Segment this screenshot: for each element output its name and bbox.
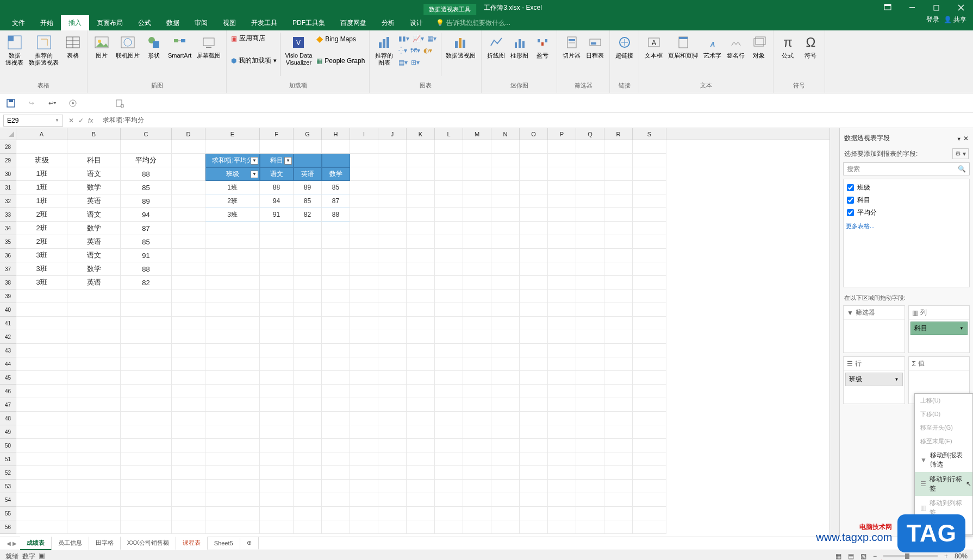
cell[interactable] <box>322 330 350 344</box>
cell[interactable] <box>67 357 121 371</box>
cell[interactable] <box>491 154 520 167</box>
cell[interactable] <box>294 466 322 480</box>
cell[interactable] <box>463 466 491 480</box>
cell[interactable] <box>463 317 491 330</box>
cell[interactable] <box>121 317 172 330</box>
cell[interactable] <box>67 140 121 154</box>
cell[interactable] <box>378 385 407 398</box>
cell[interactable] <box>172 385 205 398</box>
cell[interactable] <box>548 140 576 154</box>
column-header[interactable]: P <box>548 128 576 140</box>
cell[interactable] <box>576 167 604 181</box>
cell[interactable] <box>463 235 491 249</box>
cell[interactable] <box>604 181 633 194</box>
cell[interactable] <box>121 303 172 317</box>
cell[interactable] <box>604 493 633 507</box>
cell[interactable] <box>121 466 172 480</box>
cell[interactable] <box>350 303 378 317</box>
column-header[interactable]: B <box>67 128 121 140</box>
cell[interactable] <box>576 222 604 235</box>
cell[interactable] <box>350 439 378 452</box>
cell[interactable] <box>294 520 322 534</box>
tab-insert[interactable]: 插入 <box>61 15 89 30</box>
cell[interactable] <box>322 262 350 276</box>
cell[interactable] <box>16 439 67 452</box>
sheet-tab[interactable]: 课程表 <box>176 537 208 550</box>
row-header[interactable]: 37 <box>0 262 16 276</box>
cell[interactable] <box>294 493 322 507</box>
cell[interactable] <box>350 167 378 181</box>
more-tables-link[interactable]: 更多表格... <box>846 222 967 230</box>
cell[interactable] <box>121 290 172 303</box>
cell[interactable] <box>576 208 604 222</box>
cell[interactable] <box>407 154 435 167</box>
cell[interactable] <box>121 140 172 154</box>
cell[interactable] <box>548 371 576 385</box>
cell[interactable] <box>491 194 520 208</box>
cell[interactable] <box>491 276 520 290</box>
cell[interactable] <box>205 303 260 317</box>
rows-drop-area[interactable]: ☰行班级▼ <box>843 356 905 404</box>
column-header[interactable]: J <box>378 128 407 140</box>
cell[interactable] <box>520 330 548 344</box>
cell[interactable]: 85 <box>121 181 172 194</box>
row-header[interactable]: 49 <box>0 425 16 439</box>
dropdown-icon[interactable]: ▼ <box>251 171 258 178</box>
cell[interactable] <box>463 439 491 452</box>
cell[interactable] <box>350 276 378 290</box>
cell[interactable] <box>604 235 633 249</box>
cell[interactable] <box>16 412 67 425</box>
cell[interactable] <box>294 452 322 466</box>
row-header[interactable]: 55 <box>0 507 16 520</box>
cell[interactable] <box>205 425 260 439</box>
cell[interactable] <box>407 425 435 439</box>
cell[interactable] <box>322 412 350 425</box>
cell[interactable] <box>294 154 322 167</box>
cell[interactable] <box>491 439 520 452</box>
cell[interactable] <box>520 439 548 452</box>
cell[interactable] <box>260 425 294 439</box>
cell[interactable] <box>121 480 172 493</box>
cell[interactable]: 英语 <box>67 194 121 208</box>
cell[interactable]: 2班 <box>205 194 260 208</box>
cell[interactable] <box>548 303 576 317</box>
pivot-chart-button[interactable]: 数据透视图 <box>444 33 478 60</box>
cell[interactable] <box>172 303 205 317</box>
cell[interactable] <box>463 480 491 493</box>
cell[interactable] <box>548 181 576 194</box>
row-header[interactable]: 47 <box>0 398 16 412</box>
cell[interactable] <box>322 344 350 357</box>
cell[interactable] <box>205 344 260 357</box>
cell[interactable] <box>378 425 407 439</box>
cell[interactable] <box>260 439 294 452</box>
cell[interactable] <box>633 181 666 194</box>
field-pane-close-icon[interactable]: ✕ <box>963 135 969 142</box>
cell[interactable] <box>520 262 548 276</box>
tab-developer[interactable]: 开发工具 <box>244 15 285 30</box>
cell[interactable] <box>520 398 548 412</box>
cell[interactable]: 班级 <box>16 154 67 167</box>
sparkline-line-button[interactable]: 折线图 <box>485 33 507 60</box>
cell[interactable] <box>633 507 666 520</box>
cell[interactable] <box>67 371 121 385</box>
cell[interactable] <box>548 507 576 520</box>
cell[interactable] <box>576 181 604 194</box>
cell[interactable] <box>576 344 604 357</box>
cell[interactable] <box>67 303 121 317</box>
cell[interactable] <box>378 480 407 493</box>
cell[interactable] <box>491 507 520 520</box>
column-headers[interactable]: ABCDEFGHIJKLMNOPQRS <box>0 128 829 140</box>
cell[interactable]: 语文 <box>67 208 121 222</box>
cell[interactable] <box>520 194 548 208</box>
cell[interactable] <box>121 371 172 385</box>
cell[interactable] <box>463 357 491 371</box>
cell[interactable] <box>205 412 260 425</box>
cell[interactable] <box>378 317 407 330</box>
cell[interactable] <box>633 303 666 317</box>
cell[interactable] <box>205 452 260 466</box>
row-header[interactable]: 29 <box>0 154 16 167</box>
cell[interactable] <box>491 303 520 317</box>
cell[interactable] <box>520 317 548 330</box>
cell[interactable] <box>520 480 548 493</box>
cell[interactable] <box>548 493 576 507</box>
